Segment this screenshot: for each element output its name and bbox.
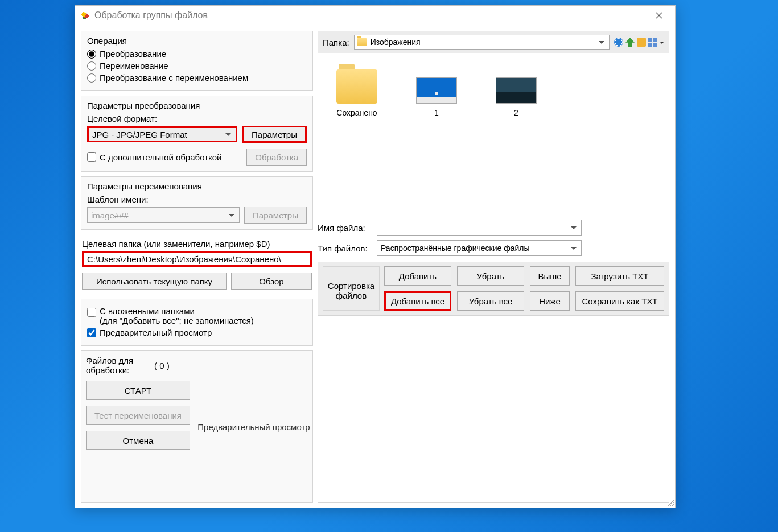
thumb-label: 2	[488, 108, 545, 117]
radio-convert-input[interactable]	[87, 50, 96, 59]
titlebar: Обработка группы файлов	[75, 6, 675, 25]
save-txt-button[interactable]: Сохранить как TXT	[575, 291, 664, 311]
rename-params-group: Параметры переименования Шаблон имени: i…	[81, 176, 313, 230]
action-row: Сортировка файлов Добавить Убрать Выше З…	[318, 262, 669, 316]
preview-check[interactable]: Предварительный просмотр	[87, 328, 307, 337]
target-folder-label: Целевая папка (или заменители, например …	[82, 239, 312, 249]
remove-all-button[interactable]: Убрать все	[457, 291, 524, 311]
subfolders-check[interactable]: С вложенными папками (для "Добавить все"…	[87, 306, 307, 325]
rename-params-title: Параметры переименования	[87, 182, 307, 191]
filetype-row: Тип файлов: Распространённые графические…	[318, 240, 669, 256]
remove-button[interactable]: Убрать	[457, 266, 524, 286]
subfolders-label: С вложенными папками (для "Добавить все"…	[100, 306, 254, 325]
folder-label: Папка:	[323, 38, 349, 47]
with-processing-check[interactable]: С дополнительной обработкой	[87, 152, 221, 162]
subfolders-checkbox[interactable]	[87, 308, 96, 317]
radio-convert-rename-input[interactable]	[87, 73, 96, 83]
convert-params-button[interactable]: Параметры	[242, 126, 307, 143]
convert-params-title: Параметры преобразования	[87, 101, 307, 110]
web-icon[interactable]	[614, 38, 623, 47]
folder-bar: Папка: Изображения	[318, 31, 669, 53]
file-list[interactable]	[318, 316, 669, 503]
name-template-select[interactable]: image###	[87, 207, 240, 223]
thumb-item[interactable]: 2	[488, 64, 545, 210]
move-down-button[interactable]: Ниже	[530, 291, 570, 311]
preview-checkbox[interactable]	[87, 328, 96, 337]
processing-button[interactable]: Обработка	[246, 149, 307, 166]
app-icon	[80, 10, 90, 20]
files-for-processing-label: Файлов для обработки:	[86, 356, 149, 375]
view-dropdown-icon[interactable]	[660, 42, 664, 46]
thumb-item[interactable]: 1	[408, 64, 465, 210]
radio-rename-input[interactable]	[87, 61, 96, 71]
run-group: Файлов для обработки: ( 0 ) СТАРТ Тест п…	[81, 350, 313, 503]
preview-label: Предварительный просмотр	[100, 328, 212, 337]
thumb-label: 1	[408, 108, 465, 117]
open-folder-icon[interactable]	[637, 38, 646, 47]
image-thumbnail	[416, 77, 457, 104]
target-folder-group: Целевая папка (или заменители, например …	[81, 234, 313, 294]
filetype-combo[interactable]: Распространённые графические файлы	[377, 240, 582, 256]
name-template-label: Шаблон имени:	[87, 195, 307, 204]
add-all-button[interactable]: Добавить все	[384, 291, 451, 311]
move-up-button[interactable]: Выше	[530, 266, 570, 286]
test-rename-button[interactable]: Тест переименования	[86, 406, 190, 425]
close-icon	[656, 12, 662, 19]
up-icon[interactable]	[625, 38, 635, 47]
filename-combo[interactable]	[377, 220, 582, 236]
target-format-select[interactable]: JPG - JPG/JPEG Format	[87, 126, 237, 142]
thumbnail-pane[interactable]: Сохранено 1 2	[318, 53, 669, 215]
radio-rename[interactable]: Переименование	[87, 61, 307, 71]
radio-convert-rename[interactable]: Преобразование с переименованием	[87, 73, 307, 83]
with-processing-label: С дополнительной обработкой	[100, 152, 221, 162]
with-processing-checkbox[interactable]	[87, 152, 96, 162]
filetype-label: Тип файлов:	[318, 244, 372, 253]
close-button[interactable]	[647, 7, 672, 23]
browse-button[interactable]: Обзор	[231, 273, 312, 290]
operation-group: Операция Преобразование Переименование П…	[81, 31, 313, 91]
radio-convert-label: Преобразование	[100, 49, 166, 59]
preview-panel: Предварительный просмотр	[195, 351, 312, 502]
batch-dialog: Обработка группы файлов Операция Преобра…	[75, 5, 676, 508]
folder-selected: Изображения	[371, 38, 421, 47]
load-txt-button[interactable]: Загрузить TXT	[575, 266, 664, 286]
operation-group-title: Операция	[87, 36, 307, 46]
image-thumbnail	[496, 77, 537, 104]
resize-grip[interactable]	[666, 498, 674, 506]
window-title: Обработка группы файлов	[94, 10, 208, 20]
filename-label: Имя файла:	[318, 223, 372, 233]
add-button[interactable]: Добавить	[384, 266, 451, 286]
convert-params-group: Параметры преобразования Целевой формат:…	[81, 96, 313, 172]
sort-files-button[interactable]: Сортировка файлов	[323, 266, 380, 311]
radio-convert[interactable]: Преобразование	[87, 49, 307, 59]
folder-toolbar	[614, 38, 664, 47]
thumb-item[interactable]: Сохранено	[328, 64, 385, 210]
radio-rename-label: Переименование	[100, 61, 168, 71]
files-count: ( 0 )	[154, 361, 170, 370]
cancel-button[interactable]: Отмена	[86, 431, 190, 450]
name-template-value: image###	[91, 211, 129, 220]
filename-row: Имя файла:	[318, 220, 669, 236]
folder-icon	[336, 69, 377, 104]
folder-select[interactable]: Изображения	[354, 35, 610, 50]
target-format-label: Целевой формат:	[87, 114, 307, 123]
rename-params-button[interactable]: Параметры	[244, 207, 307, 224]
folder-icon	[357, 38, 367, 46]
target-format-value: JPG - JPG/JPEG Format	[92, 130, 187, 139]
view-grid-icon[interactable]	[648, 38, 657, 47]
radio-convert-rename-label: Преобразование с переименованием	[100, 73, 248, 83]
start-button[interactable]: СТАРТ	[86, 381, 190, 400]
thumb-label: Сохранено	[328, 108, 385, 117]
filetype-value: Распространённые графические файлы	[381, 244, 530, 253]
preview-panel-title: Предварительный просмотр	[197, 422, 310, 432]
use-current-folder-button[interactable]: Использовать текущую папку	[82, 273, 227, 290]
target-folder-input[interactable]	[82, 251, 312, 267]
options-group: С вложенными папками (для "Добавить все"…	[81, 299, 313, 346]
